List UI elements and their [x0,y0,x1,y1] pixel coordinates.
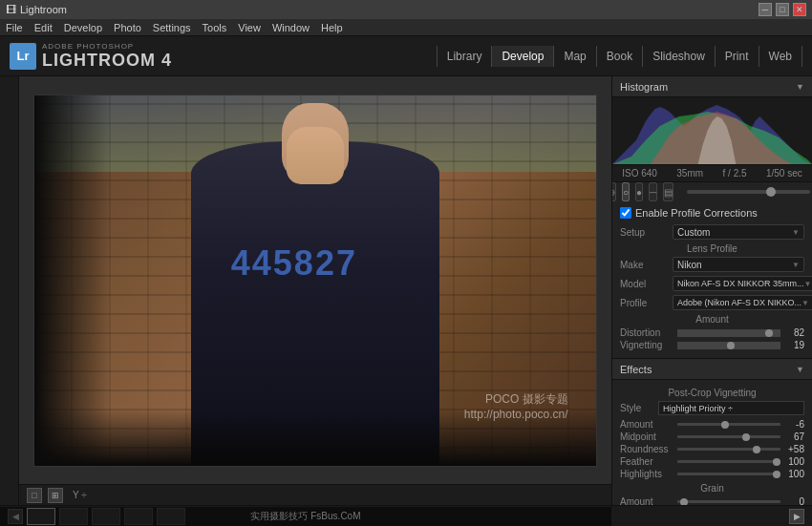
tool-circle[interactable]: ○ [622,182,630,201]
midpoint-row: Midpoint 67 [620,431,804,442]
menu-help[interactable]: Help [321,22,343,33]
tab-slideshow[interactable]: Slideshow [643,46,716,67]
tab-web[interactable]: Web [759,46,802,67]
feather-slider[interactable] [677,458,780,466]
style-value[interactable]: Highlight Priority ÷ [658,401,804,415]
effects-arrow: ▼ [796,365,804,374]
titlebar: 🎞 Lightroom ─ □ ✕ [0,0,812,19]
roundness-row: Roundness +58 [620,444,804,454]
menu-view[interactable]: View [238,22,261,33]
menu-file[interactable]: File [6,22,23,33]
effects-header[interactable]: Effects ▼ [612,359,812,380]
roundness-value: +58 [780,444,804,454]
logo-title: LIGHTROOM 4 [42,51,172,71]
menu-window[interactable]: Window [272,22,310,33]
tab-book[interactable]: Book [597,46,643,67]
effect-amount-label: Amount [620,419,677,430]
make-row: Make Nikon ▼ [620,257,804,272]
shutter-value: 1/50 sec [766,168,802,179]
distortion-row: Distortion 82 [620,327,804,338]
main-area: 445827 POCO 摄影专题 http://photo.poco.cn/ □… [0,76,812,505]
center-panel: 445827 POCO 摄影专题 http://photo.poco.cn/ □… [19,76,611,505]
menu-photo[interactable]: Photo [114,22,141,33]
attribution-text: 实用摄影技巧 FsBus.CoM [0,507,611,526]
tab-library[interactable]: Library [437,46,493,67]
close-button[interactable]: ✕ [793,3,806,16]
grain-amount-slider[interactable] [677,498,780,506]
feather-value: 100 [780,456,804,467]
grain-amount-value: 0 [780,496,804,505]
iso-value: ISO 640 [622,168,657,179]
postcrop-title: Post-Crop Vignetting [620,388,804,398]
style-row: Style Highlight Priority ÷ [620,401,804,415]
zoom-label: Y ÷ [73,490,87,500]
logo-subtitle: ADOBE PHOTOSHOP [42,42,172,51]
feather-label: Feather [620,456,677,467]
tool-crop[interactable]: ⊕ [611,182,616,201]
menu-settings[interactable]: Settings [153,22,191,33]
tool-fill[interactable]: ● [635,182,643,201]
setup-value[interactable]: Custom ▼ [673,224,804,240]
logo-text: ADOBE PHOTOSHOP LIGHTROOM 4 [42,42,172,71]
app-icon: 🎞 [6,4,16,15]
tab-develop[interactable]: Develop [492,46,554,67]
highlights-row: Highlights 100 [620,469,804,479]
effect-amount-slider[interactable] [677,421,780,429]
filmstrip: ◀ ▶ 实用摄影技巧 FsBus.CoM [0,505,812,526]
enable-corrections-label: Enable Profile Corrections [635,207,758,219]
make-value[interactable]: Nikon ▼ [673,257,804,272]
global-slider[interactable] [687,190,810,194]
grain-title: Grain [620,483,804,494]
profile-arrow: ▼ [801,299,809,307]
tab-map[interactable]: Map [554,46,596,67]
enable-corrections-checkbox[interactable] [620,207,631,219]
histogram-section: Histogram ▼ ISO 640 35mm [612,76,812,182]
tool-grid[interactable]: ▤ [663,182,673,201]
header: Lr ADOBE PHOTOSHOP LIGHTROOM 4 Library D… [0,36,812,76]
view-mode-button[interactable]: □ [27,488,42,503]
histogram-header[interactable]: Histogram ▼ [612,76,812,97]
roundness-slider[interactable] [677,446,780,453]
vignetting-row: Vignetting 19 [620,340,804,350]
profile-value[interactable]: Adobe (Nikon AF-S DX NIKKO... ▼ [673,295,812,310]
title-text: Lightroom [20,4,67,15]
menu-edit[interactable]: Edit [34,22,53,33]
grain-amount-label: Amount [620,496,677,505]
photo-area: 445827 POCO 摄影专题 http://photo.poco.cn/ [19,76,611,484]
effects-content: Post-Crop Vignetting Style Highlight Pri… [612,380,812,505]
profile-row: Profile Adobe (Nikon AF-S DX NIKKO... ▼ [620,295,804,310]
camera-info: ISO 640 35mm f / 2.5 1/50 sec [612,164,812,181]
feather-row: Feather 100 [620,456,804,467]
midpoint-slider[interactable] [677,433,780,441]
effect-amount-value: -6 [780,419,804,430]
roundness-label: Roundness [620,444,677,454]
menu-develop[interactable]: Develop [64,22,102,33]
style-label: Style [620,403,658,413]
maximize-button[interactable]: □ [776,3,789,16]
menu-tools[interactable]: Tools [203,22,227,33]
vignetting-label: Vignetting [620,340,677,350]
setup-label: Setup [620,227,673,238]
model-value[interactable]: Nikon AF-S DX NIKKOR 35mm... ▼ [673,276,812,291]
compare-button[interactable]: ⊞ [48,488,63,503]
tab-print[interactable]: Print [716,46,759,67]
menubar: File Edit Develop Photo Settings Tools V… [0,19,812,36]
profile-label: Profile [620,298,673,308]
minimize-button[interactable]: ─ [759,3,772,16]
model-row: Model Nikon AF-S DX NIKKOR 35mm... ▼ [620,276,804,291]
midpoint-value: 67 [780,431,804,442]
highlights-slider[interactable] [677,471,780,478]
filmstrip-right[interactable]: ▶ [789,509,804,524]
distortion-thumb[interactable] [765,329,773,337]
distortion-label: Distortion [620,327,677,338]
enable-corrections-row: Enable Profile Corrections [620,207,804,219]
right-panel: Histogram ▼ ISO 640 35mm [611,76,812,505]
vignetting-thumb[interactable] [727,342,735,349]
tool-row: ⊕ ○ ● ─ ▤ [612,182,812,201]
vignetting-slider[interactable] [677,342,780,349]
amount-title: Amount [620,314,804,325]
model-arrow: ▼ [804,280,812,288]
lens-correction-section: Enable Profile Corrections Setup Custom … [612,201,812,359]
distortion-slider[interactable] [677,329,780,337]
tool-line[interactable]: ─ [649,182,657,201]
